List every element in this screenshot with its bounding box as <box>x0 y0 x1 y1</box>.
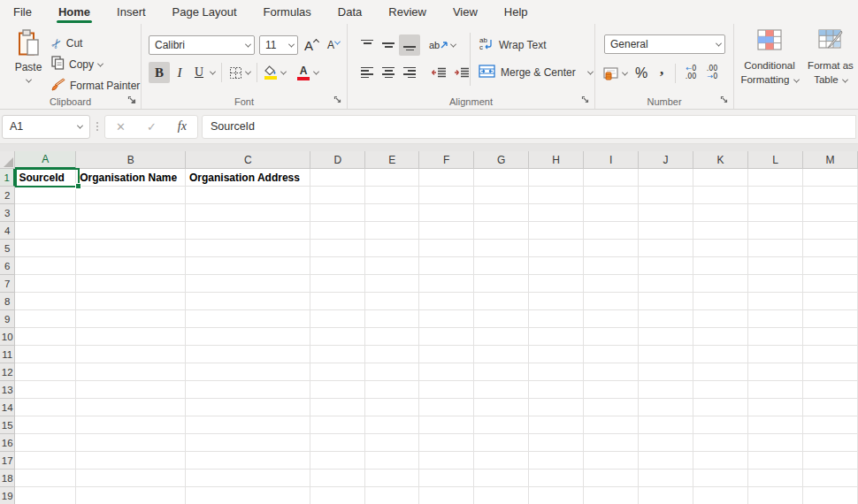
cell-E2[interactable] <box>365 187 419 204</box>
cell-I1[interactable] <box>584 169 639 187</box>
cell-A7[interactable] <box>15 275 76 293</box>
cell-F18[interactable] <box>419 470 474 487</box>
merge-center-button[interactable]: Merge & Center <box>479 62 593 83</box>
cell-E16[interactable] <box>365 434 419 452</box>
cell-H16[interactable] <box>529 434 584 452</box>
cell-F19[interactable] <box>419 487 474 504</box>
cell-I19[interactable] <box>584 487 639 504</box>
cell-K10[interactable] <box>693 328 748 346</box>
column-header-M[interactable]: M <box>803 151 858 169</box>
cell-A9[interactable] <box>15 310 76 328</box>
cell-D10[interactable] <box>310 328 365 346</box>
cell-M3[interactable] <box>803 204 858 222</box>
cell-D18[interactable] <box>310 470 365 487</box>
fill-color-button[interactable] <box>262 62 280 83</box>
cell-L8[interactable] <box>748 293 803 310</box>
cell-E6[interactable] <box>365 257 419 275</box>
cell-B5[interactable] <box>76 240 186 257</box>
cell-H13[interactable] <box>529 381 584 399</box>
wrap-text-button[interactable]: ab c Wrap Text <box>479 34 547 56</box>
align-left-button[interactable] <box>356 62 378 83</box>
cell-K7[interactable] <box>693 275 748 293</box>
cell-A1[interactable]: SourceId <box>15 169 76 187</box>
cell-L12[interactable] <box>748 363 803 381</box>
cell-H1[interactable] <box>529 169 584 187</box>
orientation-dropdown-icon[interactable] <box>450 41 456 47</box>
row-header-18[interactable]: 18 <box>0 470 15 487</box>
cell-H8[interactable] <box>529 293 584 310</box>
cell-J19[interactable] <box>639 487 693 504</box>
cell-J11[interactable] <box>639 346 693 363</box>
tab-data[interactable]: Data <box>325 0 375 24</box>
cell-B1[interactable]: Organisation Name <box>76 169 186 187</box>
row-header-15[interactable]: 15 <box>0 416 15 434</box>
cell-G1[interactable] <box>474 169 529 187</box>
cell-E3[interactable] <box>365 204 419 222</box>
increase-decimal-button[interactable]: ←0.00 <box>680 63 701 84</box>
cell-K17[interactable] <box>693 452 748 470</box>
cell-I4[interactable] <box>584 222 639 240</box>
cell-B10[interactable] <box>76 328 186 346</box>
tab-home[interactable]: Home <box>45 0 103 24</box>
cell-M14[interactable] <box>803 399 858 416</box>
cell-B4[interactable] <box>76 222 186 240</box>
tab-page-layout[interactable]: Page Layout <box>159 0 250 24</box>
cell-L17[interactable] <box>748 452 803 470</box>
cell-I18[interactable] <box>584 470 639 487</box>
cell-C2[interactable] <box>186 187 310 204</box>
cell-A19[interactable] <box>15 487 76 504</box>
cell-A12[interactable] <box>15 363 76 381</box>
cell-J2[interactable] <box>639 187 693 204</box>
tab-review[interactable]: Review <box>375 0 440 24</box>
cell-G7[interactable] <box>474 275 529 293</box>
cell-G13[interactable] <box>474 381 529 399</box>
cell-F16[interactable] <box>419 434 474 452</box>
cell-M18[interactable] <box>803 470 858 487</box>
cell-M10[interactable] <box>803 328 858 346</box>
insert-function-icon[interactable]: fx <box>178 119 187 134</box>
cell-H17[interactable] <box>529 452 584 470</box>
cell-H7[interactable] <box>529 275 584 293</box>
cell-M9[interactable] <box>803 310 858 328</box>
cell-D6[interactable] <box>310 257 365 275</box>
cell-E1[interactable] <box>365 169 419 187</box>
cell-C17[interactable] <box>186 452 310 470</box>
decrease-decimal-button[interactable]: .00→0 <box>701 63 723 84</box>
cell-L2[interactable] <box>748 187 803 204</box>
column-header-C[interactable]: C <box>186 151 310 169</box>
cell-B3[interactable] <box>76 204 186 222</box>
copy-dropdown-icon[interactable] <box>97 60 103 66</box>
cell-H5[interactable] <box>529 240 584 257</box>
cell-G3[interactable] <box>474 204 529 222</box>
cell-C18[interactable] <box>186 470 310 487</box>
cell-A4[interactable] <box>15 222 76 240</box>
cell-B8[interactable] <box>76 293 186 310</box>
cell-L19[interactable] <box>748 487 803 504</box>
cell-K9[interactable] <box>693 310 748 328</box>
cell-G17[interactable] <box>474 452 529 470</box>
row-header-19[interactable]: 19 <box>0 487 15 504</box>
enter-icon[interactable]: ✓ <box>147 120 157 134</box>
cell-L7[interactable] <box>748 275 803 293</box>
cell-D15[interactable] <box>310 416 365 434</box>
column-header-J[interactable]: J <box>639 151 693 169</box>
cell-C16[interactable] <box>186 434 310 452</box>
column-header-H[interactable]: H <box>529 151 584 169</box>
cell-J17[interactable] <box>639 452 693 470</box>
cell-D7[interactable] <box>310 275 365 293</box>
font-name-select[interactable]: Calibri <box>149 35 255 55</box>
cell-I13[interactable] <box>584 381 639 399</box>
row-header-13[interactable]: 13 <box>0 381 15 399</box>
cell-H3[interactable] <box>529 204 584 222</box>
column-header-B[interactable]: B <box>76 151 186 169</box>
cell-L16[interactable] <box>748 434 803 452</box>
name-box[interactable]: A1 <box>2 115 90 139</box>
row-header-9[interactable]: 9 <box>0 310 15 328</box>
decrease-indent-button[interactable] <box>427 62 450 83</box>
cell-B7[interactable] <box>76 275 186 293</box>
orientation-button[interactable]: ab <box>429 34 448 56</box>
tab-help[interactable]: Help <box>491 0 541 24</box>
cell-B9[interactable] <box>76 310 186 328</box>
cell-G19[interactable] <box>474 487 529 504</box>
cell-L9[interactable] <box>748 310 803 328</box>
